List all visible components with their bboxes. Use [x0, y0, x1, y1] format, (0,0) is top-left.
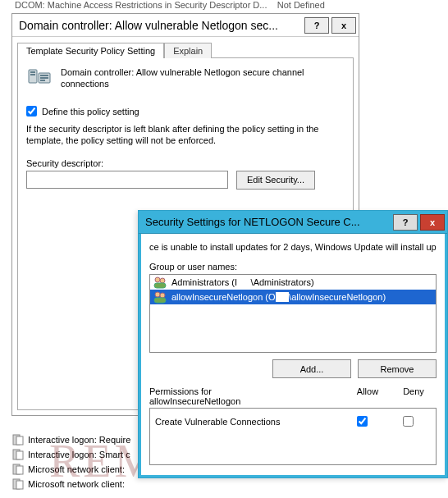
security-descriptor-label: Security descriptor:: [26, 158, 345, 168]
tab-explain[interactable]: Explain: [164, 43, 212, 58]
deny-checkbox[interactable]: [403, 416, 414, 427]
close-icon: x: [430, 217, 435, 227]
svg-rect-8: [16, 436, 23, 445]
svg-rect-6: [40, 80, 45, 81]
group-icon: [153, 290, 167, 304]
svg-point-18: [155, 292, 160, 297]
policy-name: DCOM: Machine Access Restrictions in Sec…: [15, 0, 267, 10]
policy-icon: [26, 66, 53, 93]
permission-row: Create Vulnerable Connections: [155, 412, 431, 431]
remove-button[interactable]: Remove: [358, 359, 437, 378]
help-icon: ?: [403, 217, 409, 227]
permissions-subject: allowInsecureNetlogon: [149, 396, 240, 406]
button-label: Add...: [300, 364, 324, 374]
svg-rect-17: [154, 283, 166, 288]
close-button[interactable]: x: [331, 17, 356, 34]
titlebar: Domain controller: Allow vulnerable Netl…: [12, 14, 359, 37]
security-descriptor-input[interactable]: [26, 171, 228, 189]
list-item-administrators[interactable]: Administrators (Ixxx\Administrators): [150, 275, 436, 290]
titlebar: Security Settings for NETLOGON Secure C.…: [139, 211, 447, 234]
tab-label: Explain: [173, 46, 203, 56]
tab-strip: Template Security Policy Setting Explain: [12, 37, 359, 57]
list-item[interactable]: Interactive logon: Require: [11, 432, 130, 447]
list-item-label: Microsoft network client:: [28, 479, 125, 489]
permissions-table: Create Vulnerable Connections: [149, 408, 437, 465]
close-button[interactable]: x: [420, 214, 445, 231]
window-title: Domain controller: Allow vulnerable Netl…: [12, 19, 304, 32]
list-item-label: Interactive logon: Require: [28, 435, 130, 445]
define-policy-checkbox[interactable]: [26, 106, 37, 117]
list-item[interactable]: Microsoft network client:: [11, 477, 130, 491]
list-item-label: Interactive logon: Smart c: [28, 450, 130, 459]
group-or-user-names-label: Group or user names:: [149, 262, 437, 272]
svg-rect-20: [154, 298, 166, 303]
svg-rect-5: [40, 77, 48, 79]
policy-list-row[interactable]: DCOM: Machine Access Restrictions in Sec…: [11, 0, 448, 13]
permission-name: Create Vulnerable Connections: [155, 417, 339, 427]
permissions-prefix: Permissions for: [149, 386, 212, 396]
help-button[interactable]: ?: [393, 214, 418, 231]
list-item[interactable]: Interactive logon: Smart c: [11, 447, 130, 462]
column-allow: Allow: [345, 386, 391, 406]
policy-full-name: Domain controller: Allow vulnerable Netl…: [61, 66, 345, 93]
svg-rect-12: [16, 466, 23, 474]
security-settings-window: Security Settings for NETLOGON Secure C.…: [138, 210, 448, 478]
list-item-label: Microsoft network client:: [28, 464, 125, 474]
tab-template-security-policy[interactable]: Template Security Policy Setting: [17, 43, 164, 58]
window-title: Security Settings for NETLOGON Secure C.…: [139, 216, 393, 228]
policy-value: Not Defined: [277, 0, 325, 10]
tab-label: Template Security Policy Setting: [26, 46, 155, 56]
button-label: Remove: [381, 364, 414, 374]
list-item[interactable]: Microsoft network client:: [11, 462, 130, 477]
column-deny: Deny: [391, 386, 437, 406]
add-button[interactable]: Add...: [272, 359, 351, 378]
close-icon: x: [341, 21, 346, 30]
allow-checkbox[interactable]: [357, 416, 368, 427]
policy-note: If the security descriptor is left blank…: [26, 123, 345, 147]
svg-rect-4: [40, 75, 48, 76]
help-icon: ?: [314, 21, 320, 30]
group-icon: [153, 276, 167, 289]
svg-rect-14: [16, 481, 23, 489]
help-button[interactable]: ?: [304, 17, 329, 34]
list-item-text: allowInsecureNetlogon (Oxxx\allowInsecur…: [171, 292, 386, 302]
permissions-for-label: Permissions for allowInsecureNetlogon: [149, 386, 345, 406]
define-policy-checkbox-row[interactable]: Define this policy setting: [26, 106, 345, 117]
windows-update-banner: ce is unable to install updates for 2 da…: [149, 240, 437, 258]
define-policy-label: Define this policy setting: [42, 107, 139, 117]
policy-item-icon: [11, 477, 25, 491]
group-user-listbox[interactable]: Administrators (Ixxx\Administrators) all…: [149, 274, 437, 353]
svg-point-16: [160, 278, 165, 283]
policy-list-partial: Interactive logon: Require Interactive l…: [11, 432, 130, 491]
svg-rect-1: [30, 71, 35, 73]
list-item-allowinsecurenetlogon[interactable]: allowInsecureNetlogon (Oxxx\allowInsecur…: [150, 290, 436, 304]
svg-point-19: [160, 293, 165, 298]
policy-item-icon: [11, 463, 25, 476]
svg-rect-10: [16, 451, 23, 459]
svg-rect-2: [30, 74, 35, 75]
button-label: Edit Security...: [247, 175, 304, 185]
policy-item-icon: [11, 433, 25, 446]
edit-security-button[interactable]: Edit Security...: [236, 171, 315, 190]
policy-item-icon: [11, 448, 25, 461]
svg-point-15: [155, 277, 160, 282]
list-item-text: Administrators (Ixxx\Administrators): [171, 277, 314, 287]
